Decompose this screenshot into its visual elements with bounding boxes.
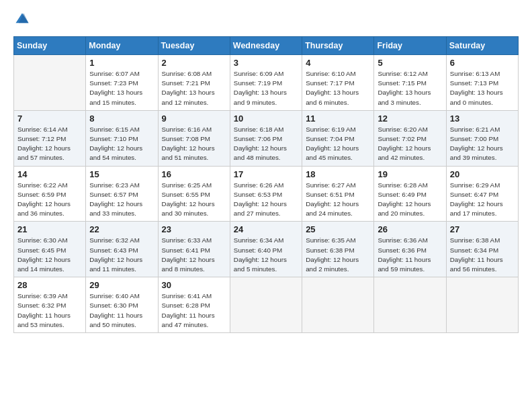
day-number: 23 (162, 224, 226, 234)
calendar-header-row: SundayMondayTuesdayWednesdayThursdayFrid… (14, 37, 519, 55)
day-info: Sunrise: 6:38 AMSunset: 6:34 PMDaylight:… (450, 236, 515, 274)
calendar-cell (302, 277, 374, 333)
day-info: Sunrise: 6:09 AMSunset: 7:19 PMDaylight:… (234, 69, 298, 107)
calendar-cell: 9Sunrise: 6:16 AMSunset: 7:08 PMDaylight… (158, 110, 230, 166)
calendar-cell: 8Sunrise: 6:15 AMSunset: 7:10 PMDaylight… (86, 110, 158, 166)
calendar-week-row: 21Sunrise: 6:30 AMSunset: 6:45 PMDayligh… (14, 222, 519, 277)
day-number: 15 (89, 169, 154, 179)
day-info: Sunrise: 6:22 AMSunset: 6:59 PMDaylight:… (17, 181, 82, 219)
day-info: Sunrise: 6:08 AMSunset: 7:21 PMDaylight:… (162, 69, 226, 107)
day-number: 22 (89, 224, 154, 234)
logo (13, 12, 31, 30)
day-info: Sunrise: 6:29 AMSunset: 6:47 PMDaylight:… (450, 181, 515, 219)
calendar-cell (374, 277, 446, 333)
day-number: 3 (234, 58, 298, 68)
day-number: 17 (234, 169, 298, 179)
day-number: 11 (306, 113, 370, 124)
weekday-header-saturday: Saturday (446, 37, 518, 55)
day-number: 20 (450, 169, 515, 179)
day-info: Sunrise: 6:27 AMSunset: 6:51 PMDaylight:… (306, 181, 370, 219)
calendar-table: SundayMondayTuesdayWednesdayThursdayFrid… (13, 36, 519, 333)
calendar-cell: 19Sunrise: 6:28 AMSunset: 6:49 PMDayligh… (374, 166, 446, 222)
day-info: Sunrise: 6:33 AMSunset: 6:41 PMDaylight:… (162, 236, 226, 274)
calendar-week-row: 14Sunrise: 6:22 AMSunset: 6:59 PMDayligh… (14, 166, 519, 222)
calendar-cell: 18Sunrise: 6:27 AMSunset: 6:51 PMDayligh… (302, 166, 374, 222)
calendar-cell (230, 277, 302, 333)
day-info: Sunrise: 6:19 AMSunset: 7:04 PMDaylight:… (306, 125, 370, 163)
day-number: 9 (162, 113, 226, 124)
day-info: Sunrise: 6:34 AMSunset: 6:40 PMDaylight:… (234, 236, 298, 274)
day-number: 10 (234, 113, 298, 124)
day-info: Sunrise: 6:39 AMSunset: 6:32 PMDaylight:… (17, 291, 82, 330)
weekday-header-sunday: Sunday (14, 37, 86, 55)
day-number: 21 (17, 224, 82, 234)
weekday-header-monday: Monday (86, 37, 158, 55)
calendar-cell: 5Sunrise: 6:12 AMSunset: 7:15 PMDaylight… (374, 55, 446, 111)
day-info: Sunrise: 6:23 AMSunset: 6:57 PMDaylight:… (89, 181, 154, 219)
day-number: 30 (162, 280, 226, 290)
calendar-week-row: 1Sunrise: 6:07 AMSunset: 7:23 PMDaylight… (14, 55, 519, 111)
calendar-cell: 13Sunrise: 6:21 AMSunset: 7:00 PMDayligh… (446, 110, 518, 166)
calendar-cell: 11Sunrise: 6:19 AMSunset: 7:04 PMDayligh… (302, 110, 374, 166)
calendar-cell: 20Sunrise: 6:29 AMSunset: 6:47 PMDayligh… (446, 166, 518, 222)
day-number: 16 (162, 169, 226, 179)
header (13, 12, 519, 30)
calendar-cell: 29Sunrise: 6:40 AMSunset: 6:30 PMDayligh… (86, 277, 158, 333)
day-info: Sunrise: 6:15 AMSunset: 7:10 PMDaylight:… (89, 125, 154, 163)
day-number: 13 (450, 113, 515, 124)
day-number: 26 (378, 224, 442, 234)
day-number: 18 (306, 169, 370, 179)
calendar-cell: 14Sunrise: 6:22 AMSunset: 6:59 PMDayligh… (14, 166, 86, 222)
day-number: 8 (89, 113, 154, 124)
day-number: 12 (378, 113, 442, 124)
page: SundayMondayTuesdayWednesdayThursdayFrid… (0, 0, 532, 411)
day-number: 4 (306, 58, 370, 68)
calendar-week-row: 7Sunrise: 6:14 AMSunset: 7:12 PMDaylight… (14, 110, 519, 166)
day-info: Sunrise: 6:13 AMSunset: 7:13 PMDaylight:… (450, 69, 515, 107)
calendar-cell: 10Sunrise: 6:18 AMSunset: 7:06 PMDayligh… (230, 110, 302, 166)
calendar-cell: 27Sunrise: 6:38 AMSunset: 6:34 PMDayligh… (446, 222, 518, 277)
day-info: Sunrise: 6:12 AMSunset: 7:15 PMDaylight:… (378, 69, 442, 107)
day-info: Sunrise: 6:18 AMSunset: 7:06 PMDaylight:… (234, 125, 298, 163)
calendar-cell: 1Sunrise: 6:07 AMSunset: 7:23 PMDaylight… (86, 55, 158, 111)
calendar-cell: 4Sunrise: 6:10 AMSunset: 7:17 PMDaylight… (302, 55, 374, 111)
day-info: Sunrise: 6:25 AMSunset: 6:55 PMDaylight:… (162, 181, 226, 219)
weekday-header-thursday: Thursday (302, 37, 374, 55)
calendar-cell (446, 277, 518, 333)
calendar-cell: 28Sunrise: 6:39 AMSunset: 6:32 PMDayligh… (14, 277, 86, 333)
calendar-cell: 7Sunrise: 6:14 AMSunset: 7:12 PMDaylight… (14, 110, 86, 166)
day-info: Sunrise: 6:32 AMSunset: 6:43 PMDaylight:… (89, 236, 154, 274)
weekday-header-friday: Friday (374, 37, 446, 55)
day-info: Sunrise: 6:10 AMSunset: 7:17 PMDaylight:… (306, 69, 370, 107)
calendar-cell: 3Sunrise: 6:09 AMSunset: 7:19 PMDaylight… (230, 55, 302, 111)
day-info: Sunrise: 6:35 AMSunset: 6:38 PMDaylight:… (306, 236, 370, 274)
calendar-cell: 12Sunrise: 6:20 AMSunset: 7:02 PMDayligh… (374, 110, 446, 166)
logo-icon (15, 12, 30, 27)
day-number: 1 (89, 58, 154, 68)
day-number: 14 (17, 169, 82, 179)
day-info: Sunrise: 6:30 AMSunset: 6:45 PMDaylight:… (17, 236, 82, 274)
calendar-week-row: 28Sunrise: 6:39 AMSunset: 6:32 PMDayligh… (14, 277, 519, 333)
day-info: Sunrise: 6:20 AMSunset: 7:02 PMDaylight:… (378, 125, 442, 163)
day-info: Sunrise: 6:16 AMSunset: 7:08 PMDaylight:… (162, 125, 226, 163)
day-number: 19 (378, 169, 442, 179)
day-info: Sunrise: 6:28 AMSunset: 6:49 PMDaylight:… (378, 181, 442, 219)
calendar-cell: 25Sunrise: 6:35 AMSunset: 6:38 PMDayligh… (302, 222, 374, 277)
day-info: Sunrise: 6:26 AMSunset: 6:53 PMDaylight:… (234, 181, 298, 219)
calendar-cell: 16Sunrise: 6:25 AMSunset: 6:55 PMDayligh… (158, 166, 230, 222)
day-info: Sunrise: 6:14 AMSunset: 7:12 PMDaylight:… (17, 125, 82, 163)
calendar-cell: 26Sunrise: 6:36 AMSunset: 6:36 PMDayligh… (374, 222, 446, 277)
day-number: 2 (162, 58, 226, 68)
weekday-header-tuesday: Tuesday (158, 37, 230, 55)
day-number: 29 (89, 280, 154, 290)
day-info: Sunrise: 6:40 AMSunset: 6:30 PMDaylight:… (89, 291, 154, 330)
day-number: 6 (450, 58, 515, 68)
calendar-cell: 21Sunrise: 6:30 AMSunset: 6:45 PMDayligh… (14, 222, 86, 277)
calendar-cell: 6Sunrise: 6:13 AMSunset: 7:13 PMDaylight… (446, 55, 518, 111)
calendar-cell: 17Sunrise: 6:26 AMSunset: 6:53 PMDayligh… (230, 166, 302, 222)
calendar-cell: 22Sunrise: 6:32 AMSunset: 6:43 PMDayligh… (86, 222, 158, 277)
day-number: 28 (17, 280, 82, 290)
day-info: Sunrise: 6:36 AMSunset: 6:36 PMDaylight:… (378, 236, 442, 274)
calendar-cell: 23Sunrise: 6:33 AMSunset: 6:41 PMDayligh… (158, 222, 230, 277)
day-number: 25 (306, 224, 370, 234)
